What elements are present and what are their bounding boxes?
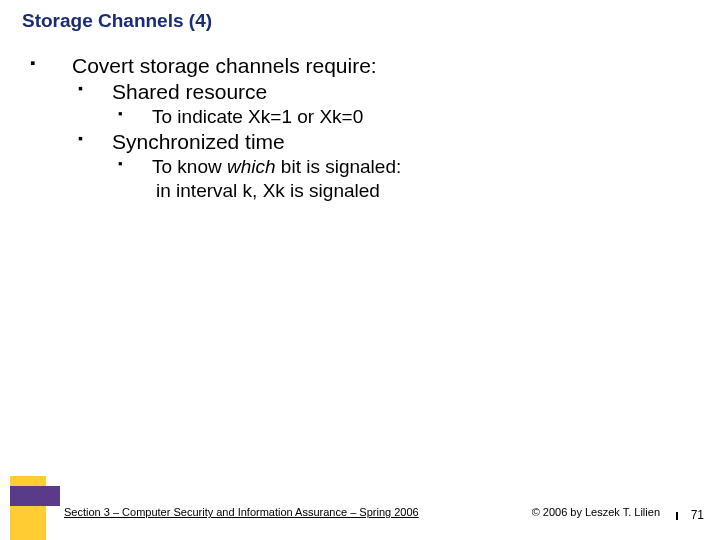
footer-section-label: Section 3 – Computer Security and Inform… — [64, 506, 419, 518]
bullet-continuation: in interval k, Xk is signaled — [24, 180, 684, 202]
bullet-level2: ▪ Shared resource — [24, 80, 684, 104]
bullet-level2: ▪ Synchronized time — [24, 130, 684, 154]
square-bullet-icon: ▪ — [72, 130, 112, 146]
text-fragment: bit is signaled: — [276, 156, 402, 177]
square-bullet-icon: ▪ — [24, 54, 72, 71]
page-number: 71 — [691, 508, 704, 522]
slide-title: Storage Channels (4) — [22, 10, 212, 32]
footer-copyright: © 2006 by Leszek T. Lilien — [532, 506, 660, 518]
bullet-level3: ▪ To know which bit is signaled: — [24, 156, 684, 178]
bullet-level3: ▪ To indicate Xk=1 or Xk=0 — [24, 106, 684, 128]
square-bullet-icon: ▪ — [72, 80, 112, 96]
square-bullet-icon: ▪ — [112, 156, 152, 171]
footer-tick-mark — [676, 512, 678, 520]
italic-word: which — [227, 156, 276, 177]
bullet-text: To indicate Xk=1 or Xk=0 — [152, 106, 363, 128]
text-fragment: To know — [152, 156, 227, 177]
square-bullet-icon: ▪ — [112, 106, 152, 121]
bullet-level1: ▪ Covert storage channels require: — [24, 54, 684, 78]
content-body: ▪ Covert storage channels require: ▪ Sha… — [24, 54, 684, 204]
bullet-text: To know which bit is signaled: — [152, 156, 401, 178]
bullet-text: in interval k, Xk is signaled — [156, 180, 380, 202]
decoration-purple-block — [10, 486, 60, 506]
bullet-text: Covert storage channels require: — [72, 54, 377, 78]
bullet-text: Synchronized time — [112, 130, 285, 154]
bullet-text: Shared resource — [112, 80, 267, 104]
slide: Storage Channels (4) ▪ Covert storage ch… — [0, 0, 720, 540]
